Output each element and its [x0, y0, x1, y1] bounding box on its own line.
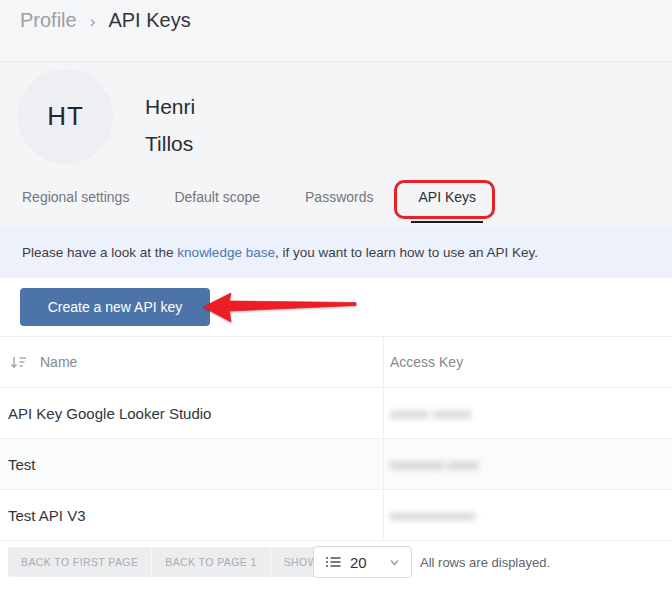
chevron-down-icon	[389, 557, 400, 568]
breadcrumb-profile[interactable]: Profile	[20, 9, 77, 32]
page-size-value: 20	[350, 554, 367, 571]
table-row[interactable]: Test API V3 ●●●●●●●●●●●	[0, 490, 672, 541]
profile-api-keys-page: Profile › API Keys HT Henri Tillos Regio…	[0, 0, 672, 590]
api-key-name: Test	[0, 456, 383, 473]
page-size-dropdown[interactable]: 20	[313, 546, 412, 578]
access-key-redacted: ●●●●●●●●●●●	[390, 509, 475, 523]
user-last-name: Tillos	[145, 125, 195, 162]
access-key-redacted: ●●●●●●● ●●●●	[390, 458, 479, 472]
api-key-name: API Key Google Looker Studio	[0, 405, 383, 422]
user-full-name: Henri Tillos	[145, 88, 195, 162]
banner-text-before: Please have a look at the	[22, 245, 177, 260]
api-key-name: Test API V3	[0, 507, 383, 524]
table-row[interactable]: Test ●●●●●●● ●●●●	[0, 439, 672, 490]
tab-regional-settings[interactable]: Regional settings	[22, 189, 129, 223]
access-key-cell: ●●●●●●● ●●●●	[383, 455, 672, 473]
access-key-cell: ●●●●●●●●●●●	[383, 506, 672, 524]
access-key-cell: ●●●●● ●●●●●	[383, 404, 672, 422]
sort-icon[interactable]	[10, 354, 27, 370]
back-to-page-1-button[interactable]: BACK TO PAGE 1	[151, 547, 269, 577]
table-row[interactable]: API Key Google Looker Studio ●●●●● ●●●●●	[0, 388, 672, 439]
column-divider	[383, 336, 384, 539]
list-icon	[325, 554, 341, 570]
top-bar: Profile › API Keys	[0, 0, 672, 62]
tab-passwords[interactable]: Passwords	[305, 189, 373, 223]
user-first-name: Henri	[145, 88, 195, 125]
info-banner: Please have a look at the knowledge base…	[0, 226, 672, 278]
table-header-row: Name Access Key	[0, 336, 672, 388]
red-arrow-annotation	[202, 289, 358, 325]
tab-default-scope[interactable]: Default scope	[174, 189, 260, 223]
avatar: HT	[18, 69, 113, 164]
knowledge-base-link[interactable]: knowledge base	[177, 245, 275, 260]
banner-text-after: , if you want to learn how to use an API…	[275, 245, 538, 260]
tab-api-keys[interactable]: API Keys	[411, 189, 483, 223]
access-key-redacted: ●●●●● ●●●●●	[390, 407, 471, 421]
profile-header: HT Henri Tillos Regional settings Defaul…	[0, 62, 672, 226]
breadcrumb-api-keys: API Keys	[108, 9, 190, 32]
column-header-access-key[interactable]: Access Key	[383, 354, 672, 370]
breadcrumb: Profile › API Keys	[20, 9, 191, 32]
back-to-first-page-button[interactable]: BACK TO FIRST PAGE	[8, 547, 151, 577]
tab-strip: Regional settings Default scope Password…	[22, 189, 476, 223]
column-header-name-label: Name	[40, 354, 77, 370]
column-header-name[interactable]: Name	[0, 354, 383, 370]
create-api-key-button[interactable]: Create a new API key	[20, 288, 210, 326]
breadcrumb-separator-icon: ›	[90, 12, 96, 32]
api-keys-table: Name Access Key API Key Google Looker St…	[0, 336, 672, 541]
rows-status-text: All rows are displayed.	[420, 555, 550, 570]
